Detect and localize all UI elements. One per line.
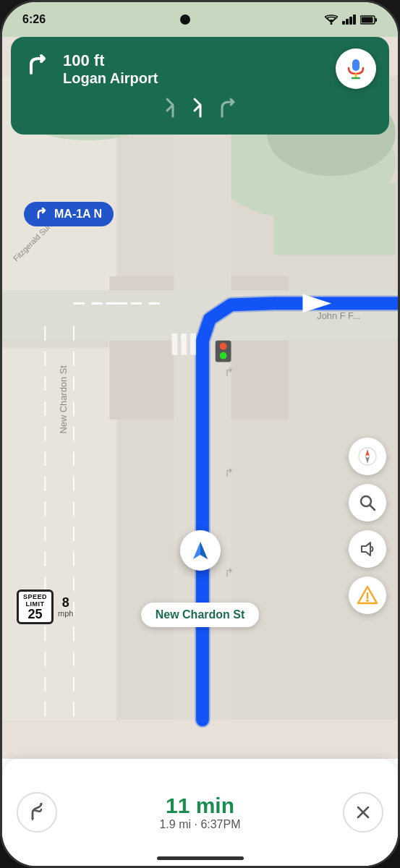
audio-icon — [358, 540, 377, 558]
close-icon — [355, 804, 371, 820]
signal-icon — [342, 14, 356, 25]
svg-rect-28 — [190, 333, 196, 355]
nav-street: Logan Airport — [63, 70, 158, 87]
eta-info: 11 min 1.9 mi · 6:37PM — [69, 793, 331, 831]
svg-rect-4 — [352, 59, 359, 71]
svg-point-21 — [220, 343, 227, 350]
route-label-text: MA-1A N — [54, 208, 102, 221]
mic-button[interactable] — [336, 48, 376, 89]
phone-frame: 6:26 — [0, 0, 400, 868]
mic-icon — [345, 58, 367, 80]
lane-arrow-1 — [163, 96, 183, 124]
speed-limit-sign: SPEED LIMIT 25 — [17, 590, 54, 624]
svg-line-43 — [370, 506, 375, 511]
svg-marker-49 — [31, 818, 34, 821]
svg-text:John F F...: John F F... — [317, 310, 360, 321]
turn-arrow-icon — [24, 51, 53, 86]
map-background: New Chardon St John F F... Fitzgerald Su… — [2, 37, 398, 759]
compass-button[interactable] — [349, 438, 386, 475]
status-bar: 6:26 — [2, 2, 398, 37]
street-name: New Chardon St — [156, 608, 245, 621]
lane-arrow-2 — [190, 96, 210, 124]
battery-icon — [360, 15, 378, 25]
svg-rect-13 — [274, 183, 396, 255]
compass-icon — [357, 446, 378, 467]
report-icon: + — [357, 584, 378, 606]
svg-marker-38 — [200, 542, 208, 559]
lane-indicators — [24, 96, 376, 124]
current-speed: 8 mph — [58, 596, 73, 618]
speed-unit: mph — [58, 609, 73, 618]
search-icon — [358, 493, 377, 512]
svg-rect-26 — [171, 333, 177, 355]
close-navigation-button[interactable] — [343, 792, 383, 833]
status-time: 6:26 — [22, 13, 46, 26]
map-svg: New Chardon St John F F... Fitzgerald Su… — [2, 37, 398, 759]
current-street-label: New Chardon St — [141, 603, 260, 627]
camera-cutout — [180, 14, 190, 25]
route-turn-icon — [35, 208, 48, 221]
svg-text:↱: ↱ — [224, 366, 234, 378]
speed-indicator: SPEED LIMIT 25 8 mph — [17, 590, 73, 624]
map-area[interactable]: New Chardon St John F F... Fitzgerald Su… — [2, 37, 398, 759]
routes-icon — [27, 802, 47, 822]
speed-limit-value: 25 — [23, 608, 47, 621]
eta-details: 1.9 mi · 6:37PM — [69, 818, 331, 831]
nav-banner: 100 ft Logan Airport — [11, 37, 389, 135]
eta-time: 11 min — [69, 793, 331, 818]
audio-button[interactable] — [349, 530, 386, 568]
bottom-bar: 11 min 1.9 mi · 6:37PM — [2, 759, 398, 866]
nav-distance: 100 ft — [63, 51, 158, 70]
lane-arrow-3 — [218, 96, 238, 124]
svg-point-0 — [331, 23, 333, 25]
svg-text:↱: ↱ — [224, 566, 234, 579]
route-label: MA-1A N — [24, 202, 114, 226]
home-indicator — [157, 856, 244, 860]
svg-text:New Chardon St: New Chardon St — [58, 365, 69, 434]
svg-marker-40 — [365, 449, 370, 456]
svg-point-22 — [220, 352, 227, 359]
search-button[interactable] — [349, 484, 386, 522]
svg-rect-2 — [362, 17, 373, 22]
svg-marker-41 — [365, 456, 370, 464]
svg-text:↱: ↱ — [224, 467, 234, 479]
gps-arrow-icon — [189, 539, 212, 562]
svg-marker-44 — [362, 542, 370, 556]
report-button[interactable]: + — [349, 576, 386, 614]
status-icons — [325, 14, 378, 25]
map-buttons: + — [349, 438, 386, 614]
svg-rect-27 — [181, 333, 187, 355]
svg-rect-3 — [375, 18, 378, 22]
wifi-icon — [325, 14, 338, 25]
svg-text:+: + — [365, 597, 370, 605]
speed-number: 8 — [62, 596, 69, 609]
location-marker — [180, 530, 221, 571]
routes-button[interactable] — [17, 792, 57, 833]
